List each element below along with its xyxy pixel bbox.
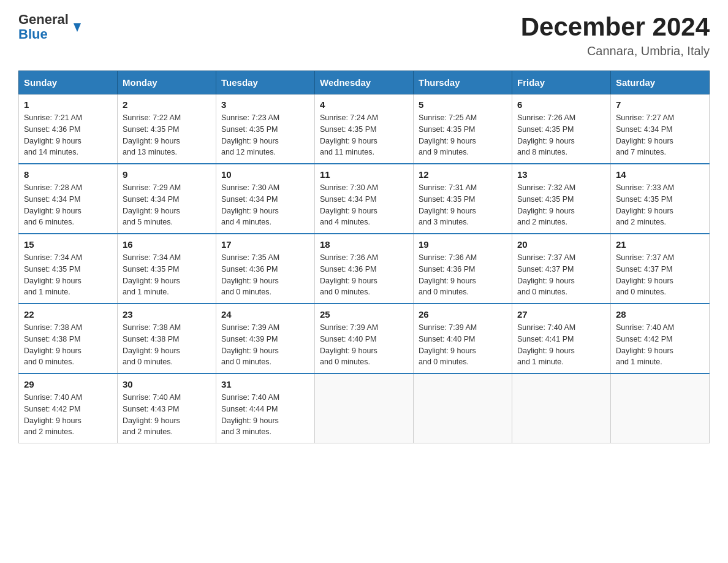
table-row: 24 Sunrise: 7:39 AMSunset: 4:39 PMDaylig…	[216, 304, 315, 373]
table-row: 20 Sunrise: 7:37 AMSunset: 4:37 PMDaylig…	[512, 234, 611, 304]
table-row: 23 Sunrise: 7:38 AMSunset: 4:38 PMDaylig…	[118, 304, 216, 373]
table-row: 6 Sunrise: 7:26 AMSunset: 4:35 PMDayligh…	[512, 94, 611, 164]
day-number: 29	[24, 379, 112, 389]
table-row: 9 Sunrise: 7:29 AMSunset: 4:34 PMDayligh…	[118, 164, 216, 234]
day-info: Sunrise: 7:40 AMSunset: 4:44 PMDaylight:…	[221, 392, 309, 438]
day-info: Sunrise: 7:27 AMSunset: 4:34 PMDaylight:…	[616, 112, 704, 158]
table-row: 29 Sunrise: 7:40 AMSunset: 4:42 PMDaylig…	[19, 373, 118, 443]
day-info: Sunrise: 7:40 AMSunset: 4:43 PMDaylight:…	[123, 392, 211, 438]
week-row-3: 15 Sunrise: 7:34 AMSunset: 4:35 PMDaylig…	[19, 234, 710, 304]
day-info: Sunrise: 7:22 AMSunset: 4:35 PMDaylight:…	[123, 112, 211, 158]
day-number: 10	[221, 169, 309, 180]
header-friday: Friday	[512, 71, 611, 94]
day-number: 17	[221, 239, 309, 250]
day-number: 31	[221, 379, 309, 389]
header-monday: Monday	[118, 71, 216, 94]
table-row: 31 Sunrise: 7:40 AMSunset: 4:44 PMDaylig…	[216, 373, 315, 443]
day-number: 25	[320, 309, 408, 320]
day-number: 13	[517, 169, 605, 180]
logo-text: General Blue	[18, 12, 69, 42]
day-info: Sunrise: 7:25 AMSunset: 4:35 PMDaylight:…	[419, 112, 507, 158]
table-row: 2 Sunrise: 7:22 AMSunset: 4:35 PMDayligh…	[118, 94, 216, 164]
header-wednesday: Wednesday	[315, 71, 414, 94]
day-number: 7	[616, 99, 704, 110]
day-number: 24	[221, 309, 309, 320]
day-info: Sunrise: 7:31 AMSunset: 4:35 PMDaylight:…	[419, 182, 507, 228]
month-title: December 2024	[521, 12, 710, 42]
day-info: Sunrise: 7:30 AMSunset: 4:34 PMDaylight:…	[320, 182, 408, 228]
day-number: 5	[419, 99, 507, 110]
day-number: 20	[517, 239, 605, 250]
header-row: Sunday Monday Tuesday Wednesday Thursday…	[19, 71, 710, 94]
day-info: Sunrise: 7:38 AMSunset: 4:38 PMDaylight:…	[123, 322, 211, 368]
day-info: Sunrise: 7:23 AMSunset: 4:35 PMDaylight:…	[221, 112, 309, 158]
table-row: 30 Sunrise: 7:40 AMSunset: 4:43 PMDaylig…	[118, 373, 216, 443]
table-row: 27 Sunrise: 7:40 AMSunset: 4:41 PMDaylig…	[512, 304, 611, 373]
day-number: 28	[616, 309, 704, 320]
day-info: Sunrise: 7:40 AMSunset: 4:42 PMDaylight:…	[24, 392, 112, 438]
day-info: Sunrise: 7:39 AMSunset: 4:40 PMDaylight:…	[419, 322, 507, 368]
day-info: Sunrise: 7:21 AMSunset: 4:36 PMDaylight:…	[24, 112, 112, 158]
day-number: 4	[320, 99, 408, 110]
table-row	[315, 373, 414, 443]
header-saturday: Saturday	[611, 71, 710, 94]
table-row: 13 Sunrise: 7:32 AMSunset: 4:35 PMDaylig…	[512, 164, 611, 234]
day-number: 18	[320, 239, 408, 250]
day-info: Sunrise: 7:33 AMSunset: 4:35 PMDaylight:…	[616, 182, 704, 228]
day-number: 23	[123, 309, 211, 320]
day-info: Sunrise: 7:36 AMSunset: 4:36 PMDaylight:…	[419, 252, 507, 298]
day-info: Sunrise: 7:38 AMSunset: 4:38 PMDaylight:…	[24, 322, 112, 368]
table-row: 10 Sunrise: 7:30 AMSunset: 4:34 PMDaylig…	[216, 164, 315, 234]
week-row-1: 1 Sunrise: 7:21 AMSunset: 4:36 PMDayligh…	[19, 94, 710, 164]
table-row	[611, 373, 710, 443]
page-header: General Blue December 2024 Cannara, Umbr…	[18, 12, 710, 58]
day-info: Sunrise: 7:39 AMSunset: 4:39 PMDaylight:…	[221, 322, 309, 368]
table-row: 11 Sunrise: 7:30 AMSunset: 4:34 PMDaylig…	[315, 164, 414, 234]
day-number: 9	[123, 169, 211, 180]
header-tuesday: Tuesday	[216, 71, 315, 94]
table-row: 8 Sunrise: 7:28 AMSunset: 4:34 PMDayligh…	[19, 164, 118, 234]
day-number: 14	[616, 169, 704, 180]
day-info: Sunrise: 7:37 AMSunset: 4:37 PMDaylight:…	[517, 252, 605, 298]
table-row: 28 Sunrise: 7:40 AMSunset: 4:42 PMDaylig…	[611, 304, 710, 373]
week-row-5: 29 Sunrise: 7:40 AMSunset: 4:42 PMDaylig…	[19, 373, 710, 443]
day-number: 26	[419, 309, 507, 320]
table-row: 4 Sunrise: 7:24 AMSunset: 4:35 PMDayligh…	[315, 94, 414, 164]
table-row: 22 Sunrise: 7:38 AMSunset: 4:38 PMDaylig…	[19, 304, 118, 373]
day-number: 15	[24, 239, 112, 250]
day-info: Sunrise: 7:40 AMSunset: 4:41 PMDaylight:…	[517, 322, 605, 368]
day-number: 1	[24, 99, 112, 110]
day-number: 27	[517, 309, 605, 320]
table-row: 25 Sunrise: 7:39 AMSunset: 4:40 PMDaylig…	[315, 304, 414, 373]
location: Cannara, Umbria, Italy	[521, 44, 710, 58]
logo-icon	[70, 21, 83, 34]
day-info: Sunrise: 7:40 AMSunset: 4:42 PMDaylight:…	[616, 322, 704, 368]
logo-general: General	[18, 12, 69, 27]
logo-blue: Blue	[18, 27, 69, 42]
table-row: 12 Sunrise: 7:31 AMSunset: 4:35 PMDaylig…	[414, 164, 512, 234]
day-info: Sunrise: 7:39 AMSunset: 4:40 PMDaylight:…	[320, 322, 408, 368]
day-info: Sunrise: 7:28 AMSunset: 4:34 PMDaylight:…	[24, 182, 112, 228]
header-sunday: Sunday	[19, 71, 118, 94]
table-row: 16 Sunrise: 7:34 AMSunset: 4:35 PMDaylig…	[118, 234, 216, 304]
calendar-body: 1 Sunrise: 7:21 AMSunset: 4:36 PMDayligh…	[19, 94, 710, 443]
day-info: Sunrise: 7:35 AMSunset: 4:36 PMDaylight:…	[221, 252, 309, 298]
day-number: 22	[24, 309, 112, 320]
day-number: 21	[616, 239, 704, 250]
day-info: Sunrise: 7:30 AMSunset: 4:34 PMDaylight:…	[221, 182, 309, 228]
day-number: 16	[123, 239, 211, 250]
table-row: 14 Sunrise: 7:33 AMSunset: 4:35 PMDaylig…	[611, 164, 710, 234]
day-number: 30	[123, 379, 211, 389]
table-row: 1 Sunrise: 7:21 AMSunset: 4:36 PMDayligh…	[19, 94, 118, 164]
day-number: 11	[320, 169, 408, 180]
svg-marker-0	[74, 23, 81, 32]
table-row: 17 Sunrise: 7:35 AMSunset: 4:36 PMDaylig…	[216, 234, 315, 304]
day-info: Sunrise: 7:34 AMSunset: 4:35 PMDaylight:…	[123, 252, 211, 298]
table-row: 3 Sunrise: 7:23 AMSunset: 4:35 PMDayligh…	[216, 94, 315, 164]
day-info: Sunrise: 7:37 AMSunset: 4:37 PMDaylight:…	[616, 252, 704, 298]
day-number: 2	[123, 99, 211, 110]
table-row: 7 Sunrise: 7:27 AMSunset: 4:34 PMDayligh…	[611, 94, 710, 164]
logo: General Blue	[18, 12, 83, 42]
week-row-2: 8 Sunrise: 7:28 AMSunset: 4:34 PMDayligh…	[19, 164, 710, 234]
day-info: Sunrise: 7:32 AMSunset: 4:35 PMDaylight:…	[517, 182, 605, 228]
